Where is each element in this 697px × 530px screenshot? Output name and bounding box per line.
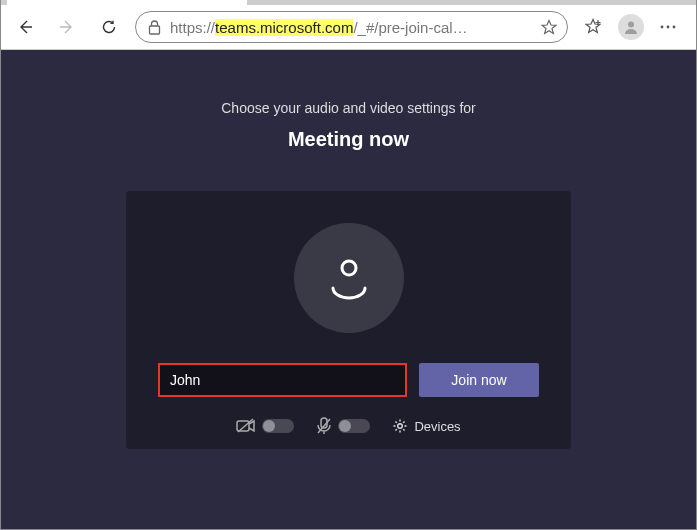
profile-button[interactable] xyxy=(618,14,644,40)
collections-button[interactable] xyxy=(578,11,610,43)
more-button[interactable] xyxy=(652,11,684,43)
mic-toggle[interactable] xyxy=(338,419,370,433)
meeting-title: Meeting now xyxy=(288,128,409,151)
svg-point-8 xyxy=(673,26,676,29)
new-tab-button[interactable] xyxy=(251,0,281,3)
device-row: Devices xyxy=(236,417,460,435)
window-maximize-button[interactable] xyxy=(604,0,650,1)
toolbar-right xyxy=(578,11,688,43)
svg-rect-4 xyxy=(149,26,159,34)
name-input-highlight xyxy=(158,363,407,397)
tab-strip: T Meeting | Microsoft Teams xyxy=(1,0,696,5)
instruction-text: Choose your audio and video settings for xyxy=(221,100,476,116)
favorite-button[interactable] xyxy=(541,19,557,35)
svg-point-6 xyxy=(661,26,664,29)
svg-rect-10 xyxy=(237,421,249,431)
url-domain: teams.microsoft.com xyxy=(215,19,353,36)
join-now-button[interactable]: Join now xyxy=(419,363,539,397)
browser-tab[interactable]: T Meeting | Microsoft Teams xyxy=(7,0,247,5)
url-path: /_#/pre-join-cal… xyxy=(353,19,467,36)
camera-toggle[interactable] xyxy=(262,419,294,433)
forward-button[interactable] xyxy=(51,11,83,43)
name-input[interactable] xyxy=(170,372,395,388)
browser-toolbar: https://teams.microsoft.com/_#/pre-join-… xyxy=(1,5,696,50)
mic-off-icon xyxy=(316,417,332,435)
refresh-button[interactable] xyxy=(93,11,125,43)
teams-prejoin-page: Choose your audio and video settings for… xyxy=(1,50,696,529)
svg-point-5 xyxy=(628,22,634,28)
join-row: Join now xyxy=(158,363,539,397)
svg-point-9 xyxy=(342,261,356,275)
window-controls xyxy=(558,0,696,1)
devices-label: Devices xyxy=(414,419,460,434)
back-button[interactable] xyxy=(9,11,41,43)
person-outline-icon xyxy=(321,250,377,306)
lock-icon xyxy=(146,20,162,35)
address-bar[interactable]: https://teams.microsoft.com/_#/pre-join-… xyxy=(135,11,568,43)
camera-toggle-group xyxy=(236,418,294,434)
camera-placeholder xyxy=(294,223,404,333)
window-minimize-button[interactable] xyxy=(558,0,604,1)
camera-off-icon xyxy=(236,418,256,434)
mic-toggle-group xyxy=(316,417,370,435)
url-text: https://teams.microsoft.com/_#/pre-join-… xyxy=(170,19,533,36)
svg-point-14 xyxy=(398,424,403,429)
gear-icon xyxy=(392,418,408,434)
url-prefix: https:// xyxy=(170,19,215,36)
devices-button[interactable]: Devices xyxy=(392,418,460,434)
prejoin-card: Join now xyxy=(126,191,571,449)
browser-window: T Meeting | Microsoft Teams xyxy=(0,0,697,530)
window-close-button[interactable] xyxy=(650,0,696,1)
svg-point-7 xyxy=(667,26,670,29)
